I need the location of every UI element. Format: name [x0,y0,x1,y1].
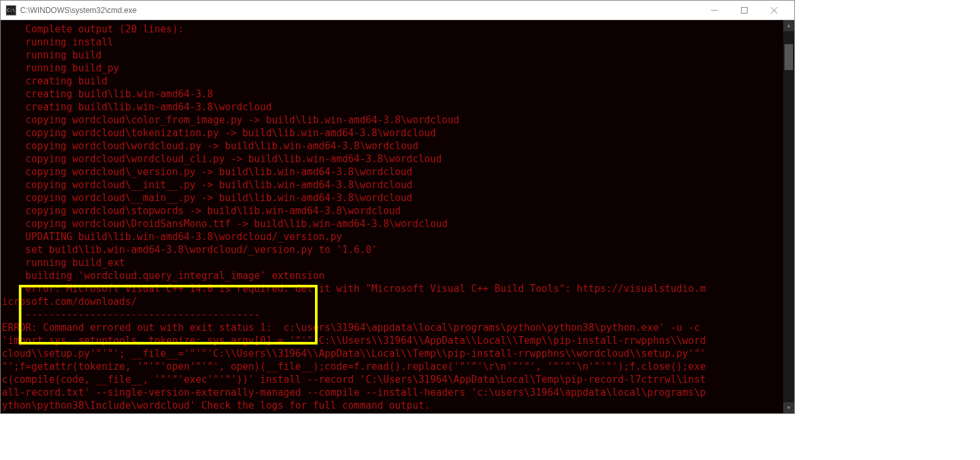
minimize-button[interactable] [699,1,729,20]
terminal-line: creating build\lib.win-amd64-3.8\wordclo… [2,101,781,114]
terminal-line: running build_ext [2,256,781,269]
terminal-line: "';f=getattr(tokenize, '"'"'open'"'"', o… [2,360,781,373]
terminal-line: copying wordcloud\__main__.py -> build\l… [2,191,781,204]
terminal-line: Complete output (20 lines): [2,23,781,36]
terminal-line: icrosoft.com/downloads/ [2,295,781,308]
cmd-window: C:\ C:\WINDOWS\system32\cmd.exe Complete… [0,0,795,414]
terminal-line: copying wordcloud\wordcloud_cli.py -> bu… [2,152,781,165]
terminal-line: copying wordcloud\__init__.py -> build\l… [2,178,781,191]
terminal-line: copying wordcloud\stopwords -> build\lib… [2,204,781,217]
terminal-area: Complete output (20 lines): running inst… [1,20,794,413]
terminal-line: c(compile(code, __file__, '"'"'exec'"'"'… [2,373,781,386]
scroll-down-button[interactable]: ▼ [783,402,794,413]
terminal-line: 'import sys, setuptools, tokenize; sys.a… [2,334,781,347]
terminal-line: creating build\lib.win-amd64-3.8 [2,88,781,101]
terminal-line: copying wordcloud\DroidSansMono.ttf -> b… [2,217,781,230]
scroll-up-button[interactable]: ▲ [783,20,794,31]
terminal-line: error: Microsoft Visual C++ 14.0 is requ… [2,282,781,295]
terminal-line: copying wordcloud\color_from_image.py ->… [2,114,781,127]
terminal-output[interactable]: Complete output (20 lines): running inst… [1,20,783,413]
terminal-line: running build_py [2,62,781,75]
window-title: C:\WINDOWS\system32\cmd.exe [20,6,699,15]
terminal-line: copying wordcloud\tokenization.py -> bui… [2,127,781,139]
scroll-track[interactable] [783,31,794,402]
svg-rect-1 [742,7,748,13]
terminal-line: cloud\\setup.py'"'"'; __file__='"'"'C:\\… [2,347,781,360]
scroll-thumb[interactable] [785,44,793,70]
terminal-line: copying wordcloud\_version.py -> build\l… [2,165,781,178]
terminal-line: building 'wordcloud.query_integral_image… [2,269,781,282]
terminal-line: ERROR: Command errored out with exit sta… [2,321,781,334]
terminal-line: running install [2,36,781,49]
titlebar[interactable]: C:\ C:\WINDOWS\system32\cmd.exe [1,1,794,20]
maximize-button[interactable] [729,1,759,20]
terminal-line: ---------------------------------------- [2,308,781,321]
terminal-line: copying wordcloud\wordcloud.py -> build\… [2,139,781,152]
close-button[interactable] [759,1,789,20]
terminal-line: set build\lib.win-amd64-3.8\wordcloud/_v… [2,243,781,256]
cmd-icon: C:\ [6,5,16,16]
terminal-line: all-record.txt' --single-version-externa… [2,386,781,399]
vertical-scrollbar[interactable]: ▲ ▼ [783,20,794,413]
terminal-line: UPDATING build\lib.win-amd64-3.8\wordclo… [2,230,781,243]
terminal-line: ython\python38\Include\wordcloud' Check … [2,399,781,412]
terminal-line: creating build [2,75,781,88]
terminal-line: running build [2,49,781,62]
